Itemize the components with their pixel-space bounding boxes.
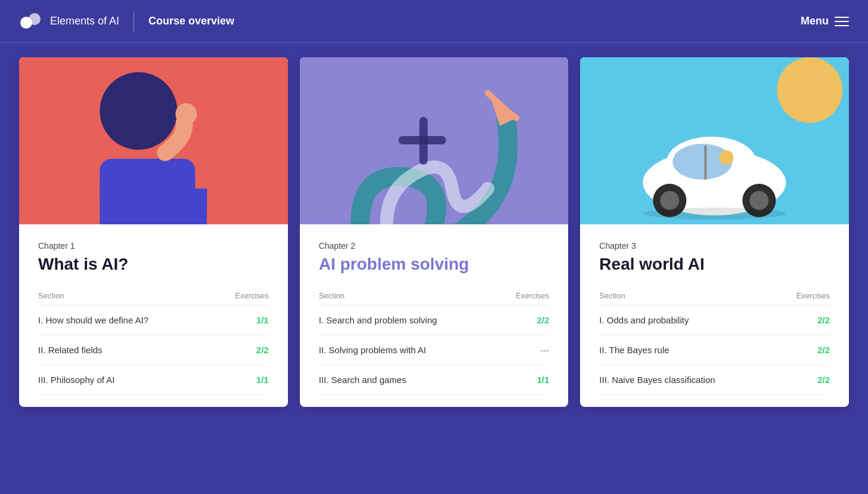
- section-2-3-exercises: 1/1: [537, 375, 549, 385]
- card-1-content: Chapter 1 What is AI? Section Exercises …: [19, 224, 288, 407]
- section-2-2-exercises: ---: [540, 345, 549, 355]
- course-overview-label: Course overview: [148, 15, 234, 27]
- section-row-1-3[interactable]: III. Philosophy of AI 1/1: [38, 365, 269, 395]
- section-header-3: Section Exercises: [599, 291, 830, 305]
- section-row-2-1[interactable]: I. Search and problem solving 2/2: [319, 305, 550, 335]
- svg-point-11: [777, 57, 843, 123]
- section-3-2-exercises: 2/2: [817, 345, 830, 355]
- card-3-illustration: [580, 57, 849, 224]
- section-row-1-2[interactable]: II. Related fields 2/2: [38, 335, 269, 365]
- section-3-1-exercises: 2/2: [817, 315, 830, 325]
- card-chapter-3[interactable]: Chapter 3 Real world AI Section Exercise…: [580, 57, 849, 407]
- main-content: Chapter 1 What is AI? Section Exercises …: [0, 43, 868, 426]
- section-1-2-label: II. Related fields: [38, 345, 103, 355]
- svg-rect-9: [398, 136, 446, 144]
- section-1-2-exercises: 2/2: [256, 345, 269, 355]
- menu-button[interactable]: Menu: [801, 15, 849, 27]
- card-3-content: Chapter 3 Real world AI Section Exercise…: [580, 224, 849, 407]
- section-1-3-label: III. Philosophy of AI: [38, 375, 114, 385]
- section-header-2: Section Exercises: [319, 291, 550, 305]
- chapter-1-label: Chapter 1: [38, 241, 269, 251]
- chapter-1-title: What is AI?: [38, 254, 269, 274]
- exercises-col-3: Exercises: [796, 291, 830, 300]
- section-col-2: Section: [319, 291, 345, 300]
- section-2-2-label: II. Solving problems with AI: [319, 345, 426, 355]
- svg-point-5: [100, 72, 177, 150]
- exercises-col-2: Exercises: [516, 291, 549, 300]
- section-col-3: Section: [599, 291, 625, 300]
- hamburger-icon: [835, 17, 849, 26]
- chapter-3-title: Real world AI: [599, 254, 830, 274]
- logo-area[interactable]: Elements of AI: [19, 10, 119, 33]
- exercises-col-1: Exercises: [235, 291, 268, 300]
- section-2-1-exercises: 2/2: [537, 315, 549, 325]
- section-2-3-label: III. Search and games: [319, 375, 407, 385]
- section-3-3-exercises: 2/2: [817, 375, 830, 385]
- card-1-illustration: [19, 57, 288, 224]
- svg-point-17: [661, 191, 680, 210]
- section-row-2-3[interactable]: III. Search and games 1/1: [319, 365, 550, 395]
- section-3-3-label: III. Naive Bayes classification: [599, 375, 715, 385]
- chapter-2-label: Chapter 2: [319, 241, 550, 251]
- section-1-1-exercises: 1/1: [256, 315, 269, 325]
- card-chapter-2[interactable]: Chapter 2 AI problem solving Section Exe…: [300, 57, 569, 407]
- svg-point-19: [750, 191, 769, 210]
- section-row-3-3[interactable]: III. Naive Bayes classification 2/2: [599, 365, 830, 395]
- svg-point-20: [643, 208, 786, 220]
- section-1-3-exercises: 1/1: [256, 375, 269, 385]
- svg-point-1: [29, 13, 41, 25]
- logo-icon: [19, 10, 43, 33]
- menu-label: Menu: [801, 15, 829, 27]
- header-divider: [134, 11, 134, 32]
- section-3-2-label: II. The Bayes rule: [599, 345, 669, 355]
- svg-point-21: [720, 150, 734, 165]
- section-3-1-label: I. Odds and probability: [599, 315, 689, 325]
- section-row-1-1[interactable]: I. How should we define AI? 1/1: [38, 305, 269, 335]
- svg-point-6: [175, 103, 197, 125]
- section-row-3-2[interactable]: II. The Bayes rule 2/2: [599, 335, 830, 365]
- card-2-content: Chapter 2 AI problem solving Section Exe…: [300, 224, 569, 407]
- logo-text: Elements of AI: [50, 15, 119, 27]
- chapter-3-label: Chapter 3: [599, 241, 830, 251]
- section-row-2-2[interactable]: II. Solving problems with AI ---: [319, 335, 550, 365]
- section-row-3-1[interactable]: I. Odds and probability 2/2: [599, 305, 830, 335]
- header: Elements of AI Course overview Menu: [0, 0, 868, 43]
- section-2-1-label: I. Search and problem solving: [319, 315, 437, 325]
- section-1-1-label: I. How should we define AI?: [38, 315, 148, 325]
- card-2-illustration: [300, 57, 569, 224]
- section-header-1: Section Exercises: [38, 291, 269, 305]
- card-chapter-1[interactable]: Chapter 1 What is AI? Section Exercises …: [19, 57, 288, 407]
- chapter-2-title: AI problem solving: [319, 254, 550, 274]
- section-col-1: Section: [38, 291, 64, 300]
